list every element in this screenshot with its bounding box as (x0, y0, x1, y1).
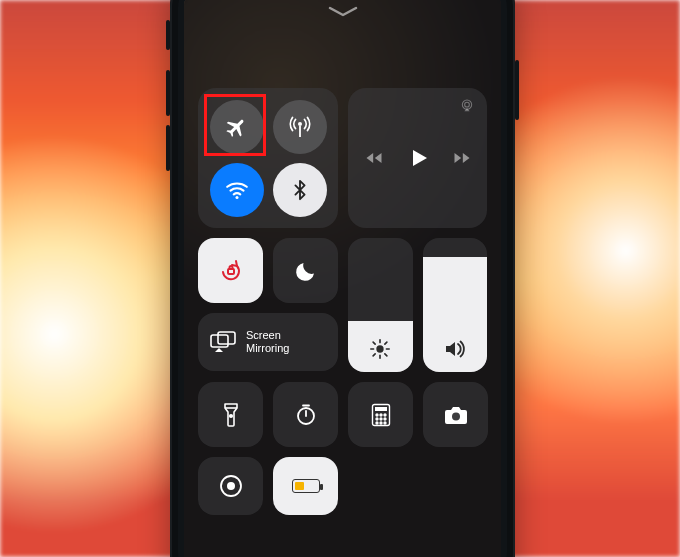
svg-point-24 (376, 414, 378, 416)
svg-point-8 (377, 345, 384, 352)
svg-line-16 (385, 342, 387, 344)
svg-rect-7 (218, 332, 235, 344)
control-center: Screen Mirroring (184, 88, 501, 515)
svg-point-31 (380, 422, 382, 424)
drag-handle-icon[interactable] (328, 6, 358, 18)
moon-icon (294, 259, 318, 283)
timer-button[interactable] (273, 382, 338, 447)
brightness-icon (348, 338, 413, 360)
flashlight-icon (222, 402, 240, 428)
cellular-antenna-icon (287, 114, 313, 140)
svg-point-4 (465, 102, 470, 107)
mute-switch (166, 20, 170, 50)
svg-point-25 (380, 414, 382, 416)
play-button[interactable] (406, 146, 430, 170)
svg-point-35 (227, 482, 235, 490)
svg-point-0 (298, 122, 302, 126)
volume-slider[interactable] (423, 238, 488, 372)
volume-icon (423, 338, 488, 360)
airplay-icon (459, 98, 475, 114)
control-center-sheet: Screen Mirroring (184, 0, 501, 557)
camera-icon (443, 404, 469, 426)
iphone-frame: Screen Mirroring (170, 0, 515, 557)
bluetooth-icon (289, 179, 311, 201)
phone-screen: Screen Mirroring (184, 0, 501, 557)
rewind-button[interactable] (364, 148, 384, 168)
airplane-mode-toggle[interactable] (210, 100, 264, 154)
svg-line-15 (373, 354, 375, 356)
svg-point-32 (384, 422, 386, 424)
svg-line-14 (385, 354, 387, 356)
orientation-lock-icon (217, 257, 245, 285)
timer-icon (294, 403, 318, 427)
connectivity-panel[interactable] (198, 88, 338, 228)
screen-record-button[interactable] (198, 457, 263, 515)
screen-mirroring-label: Screen Mirroring (246, 329, 289, 354)
svg-rect-6 (211, 335, 228, 347)
camera-button[interactable] (423, 382, 488, 447)
low-power-mode-toggle[interactable] (273, 457, 338, 515)
svg-point-29 (384, 418, 386, 420)
calculator-icon (371, 403, 391, 427)
flashlight-button[interactable] (198, 382, 263, 447)
volume-up-button (166, 70, 170, 116)
screen-mirroring-icon (210, 331, 236, 353)
calculator-button[interactable] (348, 382, 413, 447)
svg-point-18 (229, 414, 232, 417)
media-controls-panel[interactable] (348, 88, 487, 228)
screen-mirroring-button[interactable]: Screen Mirroring (198, 313, 338, 371)
do-not-disturb-toggle[interactable] (273, 238, 338, 303)
svg-point-30 (376, 422, 378, 424)
battery-icon (292, 479, 320, 493)
svg-line-13 (373, 342, 375, 344)
power-button (515, 60, 519, 120)
cellular-data-toggle[interactable] (273, 100, 327, 154)
wifi-icon (224, 177, 250, 203)
bluetooth-toggle[interactable] (273, 163, 327, 217)
volume-down-button (166, 125, 170, 171)
svg-point-2 (235, 196, 238, 199)
brightness-slider[interactable] (348, 238, 413, 372)
svg-rect-23 (375, 407, 387, 411)
airplane-icon (225, 115, 249, 139)
svg-point-27 (376, 418, 378, 420)
svg-point-28 (380, 418, 382, 420)
wifi-toggle[interactable] (210, 163, 264, 217)
svg-point-33 (452, 412, 460, 420)
record-icon (218, 473, 244, 499)
fast-forward-button[interactable] (452, 148, 472, 168)
orientation-lock-toggle[interactable] (198, 238, 263, 303)
svg-point-26 (384, 414, 386, 416)
svg-point-3 (462, 100, 471, 109)
